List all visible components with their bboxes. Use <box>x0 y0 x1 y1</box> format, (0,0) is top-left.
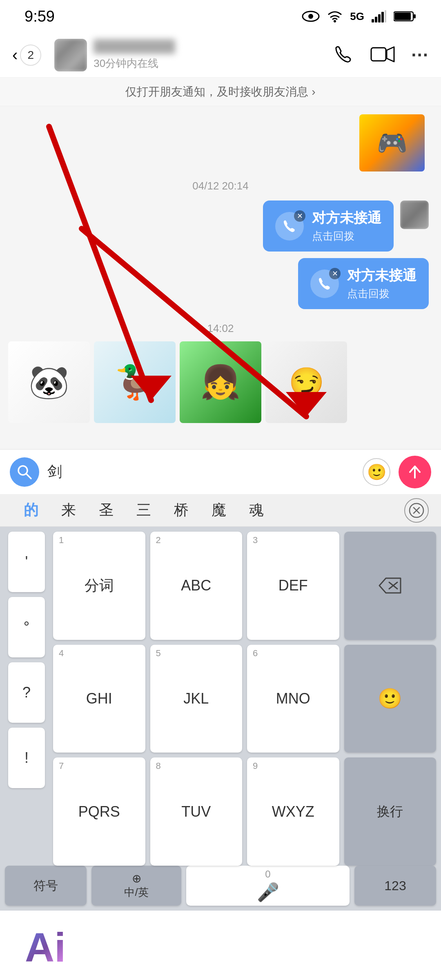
ime-suggestion-de[interactable]: 的 <box>12 500 50 520</box>
missed-call-1[interactable]: ✕ 对方未接通 点击回拨 <box>0 200 441 258</box>
emoji-smiley-icon: 🙂 <box>378 687 402 710</box>
svg-rect-6 <box>381 12 384 22</box>
svg-rect-3 <box>372 19 374 22</box>
ime-suggestion-qiao[interactable]: 桥 <box>163 500 200 520</box>
key-question[interactable]: ? <box>8 662 45 723</box>
fuyin-label: 符号 <box>33 878 58 894</box>
phone-call-button[interactable] <box>333 44 354 67</box>
key-delete[interactable] <box>344 532 437 640</box>
key-1-num: 1 <box>59 535 64 546</box>
emoji-button[interactable]: 🙂 <box>363 458 390 486</box>
notification-text: 仅打开朋友通知，及时接收朋友消息 <box>125 84 308 100</box>
key-apostrophe[interactable]: ' <box>8 532 45 592</box>
svg-rect-9 <box>394 13 411 20</box>
message-input[interactable]: 剑 <box>47 462 354 482</box>
key-9-num: 9 <box>253 761 258 771</box>
key-0-num: 0 <box>265 869 270 880</box>
missed-call-bubble-1[interactable]: ✕ 对方未接通 点击回拨 <box>263 200 394 252</box>
back-button[interactable]: ‹ 2 <box>12 45 41 66</box>
svg-marker-12 <box>387 47 394 62</box>
key-5-text: JKL <box>183 690 209 707</box>
sticker-results-row: 🐼 🦆 👧 😏 <box>0 341 441 423</box>
ai-badge[interactable]: Ai <box>0 915 91 980</box>
key-newline[interactable]: 换行 <box>344 757 437 866</box>
zhongying-label: 中/英 <box>124 885 148 900</box>
svg-point-1 <box>308 14 313 19</box>
keyboard-row-1: 1 分词 2 ABC 3 DEF <box>53 532 436 640</box>
search-button[interactable] <box>10 457 39 487</box>
contact-name-blurred <box>94 39 175 54</box>
key-def[interactable]: 3 DEF <box>247 532 339 640</box>
send-button[interactable] <box>399 456 431 488</box>
key-fen-ci[interactable]: 1 分词 <box>53 532 145 640</box>
key-fuyin-button[interactable]: 符号 <box>5 866 87 906</box>
notification-banner[interactable]: 仅打开朋友通知，及时接收朋友消息 › <box>0 78 441 106</box>
key-mno[interactable]: 6 MNO <box>247 645 339 753</box>
missed-call-2[interactable]: ✕ 对方未接通 点击回拨 <box>0 258 441 316</box>
timestamp-2: 14:02 <box>0 322 441 335</box>
video-call-button[interactable] <box>370 45 395 65</box>
delete-circle-icon <box>408 502 425 519</box>
exclaim-label: ! <box>24 749 29 766</box>
key-2-text: ABC <box>181 577 211 594</box>
ime-suggestion-san[interactable]: 三 <box>125 500 163 520</box>
svg-rect-4 <box>375 17 377 22</box>
key-6-text: MNO <box>276 690 310 707</box>
missed-call-icon-wrap: ✕ <box>275 212 304 241</box>
keyboard-bottom-row: 符号 ⊕ 中/英 0 🎤 123 <box>0 866 441 911</box>
key-wxyz[interactable]: 9 WXYZ <box>247 757 339 866</box>
chat-area: 🎮 04/12 20:14 ✕ 对方未接通 点击回拨 <box>0 106 441 449</box>
ime-suggestion-hun[interactable]: 魂 <box>238 500 275 520</box>
contact-status: 30分钟内在线 <box>94 56 333 71</box>
key-3-num: 3 <box>253 535 258 546</box>
ime-suggestion-mo[interactable]: 魔 <box>200 500 238 520</box>
5g-icon: 5G <box>350 10 364 23</box>
missed-call-icon-wrap-2: ✕ <box>310 270 339 298</box>
sticker-result-meme[interactable]: 😏 <box>265 341 347 423</box>
header-actions: ··· <box>333 44 429 67</box>
key-1-text: 分词 <box>85 576 114 596</box>
question-label: ? <box>22 684 31 701</box>
sticker-result-duck[interactable]: 🦆 <box>94 341 176 423</box>
key-ghi[interactable]: 4 GHI <box>53 645 145 753</box>
ime-suggestions-bar: 的 来 圣 三 桥 魔 魂 <box>0 494 441 527</box>
header: ‹ 2 30分钟内在线 ··· <box>0 33 441 78</box>
battery-icon <box>394 11 416 22</box>
key-emoji-special[interactable]: 🙂 <box>344 645 437 753</box>
keyboard: ' ° ? ! 1 分词 2 ABC <box>0 527 441 911</box>
apostrophe-label: ' <box>25 553 28 570</box>
sticker-result-panda[interactable]: 🐼 <box>8 341 90 423</box>
key-tuv[interactable]: 8 TUV <box>150 757 243 866</box>
emoji-face-icon: 🙂 <box>367 463 386 481</box>
key-4-text: GHI <box>86 690 112 707</box>
contact-name <box>94 39 333 54</box>
key-degree[interactable]: ° <box>8 597 45 657</box>
key-space-button[interactable]: 0 🎤 <box>186 866 350 906</box>
key-abc[interactable]: 2 ABC <box>150 532 243 640</box>
ime-delete-button[interactable] <box>404 498 429 523</box>
ime-suggestion-lai[interactable]: 来 <box>50 500 87 520</box>
key-123-button[interactable]: 123 <box>354 866 436 906</box>
ime-suggestion-sheng[interactable]: 圣 <box>87 500 125 520</box>
missed-call-text-2: 对方未接通 点击回拨 <box>347 266 416 301</box>
input-bar: 剑 🙂 <box>0 449 441 494</box>
key-zhongying-button[interactable]: ⊕ 中/英 <box>91 866 181 906</box>
contact-info: 30分钟内在线 <box>94 39 333 71</box>
missed-call-bubble-2[interactable]: ✕ 对方未接通 点击回拨 <box>298 258 429 309</box>
search-icon <box>16 464 33 480</box>
more-options-button[interactable]: ··· <box>411 45 429 65</box>
keyboard-row-2: 4 GHI 5 JKL 6 MNO 🙂 <box>53 645 436 753</box>
wifi-icon <box>327 10 343 22</box>
key-exclaim[interactable]: ! <box>8 728 45 788</box>
key-pqrs[interactable]: 7 PQRS <box>53 757 145 866</box>
key-2-num: 2 <box>156 535 161 546</box>
keyboard-row-3: 7 PQRS 8 TUV 9 WXYZ 换行 <box>53 757 436 866</box>
keyboard-left-col: ' ° ? ! <box>5 532 48 866</box>
key-jkl[interactable]: 5 JKL <box>150 645 243 753</box>
sticker-result-game[interactable]: 👧 <box>180 341 261 423</box>
key-4-num: 4 <box>59 648 64 659</box>
missed-call-text-1: 对方未接通 点击回拨 <box>312 209 381 243</box>
eye-icon <box>302 10 320 22</box>
key-6-num: 6 <box>253 648 258 659</box>
globe-icon: ⊕ <box>132 872 141 885</box>
